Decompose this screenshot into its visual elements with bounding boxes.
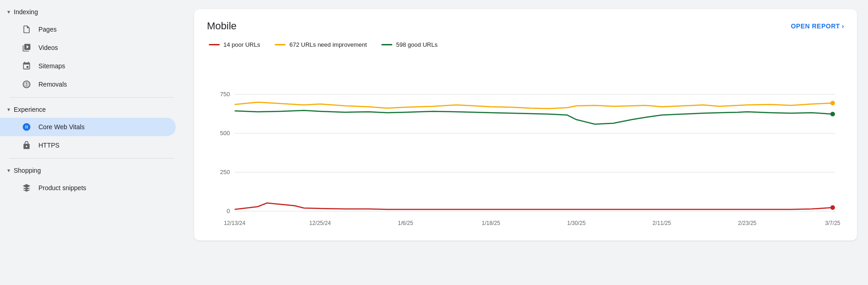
chevron-down-icon-2: ▾ [7,106,10,113]
sidebar-item-sitemaps[interactable]: Sitemaps [0,57,176,75]
legend-needs-improvement-label: 672 URLs need improvement [289,41,367,48]
svg-text:12/25/24: 12/25/24 [309,220,331,226]
videos-icon [22,43,31,52]
sidebar-section-indexing-label: Indexing [14,8,38,16]
legend-good-label: 598 good URLs [396,41,437,48]
card-title: Mobile [207,20,237,32]
dot-poor [830,205,835,210]
chart-line-good [235,110,833,124]
sidebar-item-cwv-label: Core Web Vitals [38,123,85,131]
chart-legend: 14 poor URLs 672 URLs need improvement 5… [207,41,844,48]
chevron-down-icon-3: ▾ [7,167,10,174]
sidebar-item-pages-label: Pages [38,26,57,33]
sidebar-item-core-web-vitals[interactable]: Core Web Vitals [0,118,176,136]
sidebar-item-product-snippets-label: Product snippets [38,184,86,192]
cwv-icon [22,122,31,132]
sidebar-item-https[interactable]: HTTPS [0,136,176,154]
sidebar-item-pages[interactable]: Pages [0,20,176,38]
svg-text:0: 0 [227,208,230,214]
main-content: Mobile OPEN REPORT › 14 poor URLs 672 UR… [183,0,868,285]
dot-good [830,112,835,116]
sidebar-item-sitemaps-label: Sitemaps [38,62,65,70]
pages-icon [22,25,31,34]
legend-poor-label: 14 poor URLs [223,41,260,48]
sitemaps-icon [22,61,31,71]
sidebar: ▾ Indexing Pages Videos Sitemaps Removal… [0,0,183,285]
svg-text:2/11/25: 2/11/25 [652,220,671,226]
svg-text:1/6/25: 1/6/25 [398,220,413,226]
https-icon [22,141,31,150]
svg-text:12/13/24: 12/13/24 [224,220,245,226]
sidebar-section-shopping[interactable]: ▾ Shopping [0,162,183,179]
divider-2 [9,158,174,159]
open-report-link[interactable]: OPEN REPORT › [791,22,844,30]
legend-poor-line [209,44,220,45]
svg-text:2/23/25: 2/23/25 [738,220,757,226]
mobile-card: Mobile OPEN REPORT › 14 poor URLs 672 UR… [194,9,857,241]
sidebar-item-removals-label: Removals [38,81,67,88]
sidebar-item-https-label: HTTPS [38,142,60,149]
chevron-down-icon: ▾ [7,9,10,15]
legend-good-line [381,44,392,45]
snippets-icon [22,183,31,192]
sidebar-section-indexing[interactable]: ▾ Indexing [0,4,183,20]
chart-line-poor [235,203,833,209]
legend-needs-improvement-line [275,44,286,45]
sidebar-section-experience[interactable]: ▾ Experience [0,101,183,118]
svg-text:500: 500 [220,130,230,137]
sidebar-item-removals[interactable]: Removals [0,75,176,93]
chart-container: 0 250 500 750 12/13/24 12/25/24 1/6/25 1… [207,55,844,230]
svg-text:1/30/25: 1/30/25 [567,220,586,226]
card-header: Mobile OPEN REPORT › [207,20,844,32]
legend-needs-improvement: 672 URLs need improvement [275,41,367,48]
svg-text:250: 250 [220,169,230,175]
sidebar-section-experience-label: Experience [14,106,46,113]
sidebar-item-videos[interactable]: Videos [0,38,176,57]
svg-text:750: 750 [220,91,230,98]
dot-needs-improvement [830,101,835,105]
chart-line-needs-improvement [235,102,833,109]
sidebar-section-shopping-label: Shopping [14,167,41,174]
removals-icon [22,80,31,89]
legend-good: 598 good URLs [381,41,437,48]
chart-svg: 0 250 500 750 12/13/24 12/25/24 1/6/25 1… [207,55,844,230]
divider-1 [9,97,174,98]
legend-poor: 14 poor URLs [209,41,260,48]
sidebar-item-videos-label: Videos [38,44,58,51]
svg-text:3/7/25: 3/7/25 [825,220,841,226]
svg-text:1/18/25: 1/18/25 [482,220,500,226]
sidebar-item-product-snippets[interactable]: Product snippets [0,179,176,197]
